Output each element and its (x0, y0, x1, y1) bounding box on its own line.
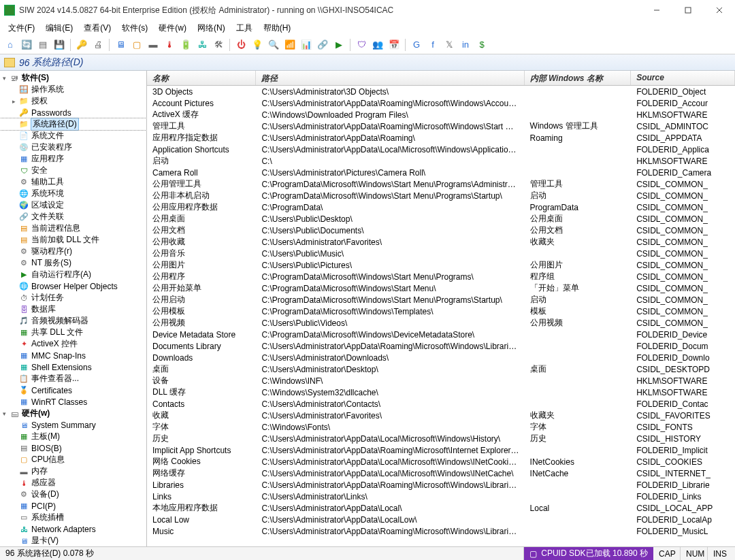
close-button[interactable] (704, 0, 735, 20)
tree-item[interactable]: ▦共享 DLL 文件 (0, 327, 146, 338)
table-row[interactable]: 公用应用程序数据C:\ProgramData\ProgramDataCSIDL_… (147, 201, 735, 213)
tree-item[interactable]: 🛡安全 (0, 165, 146, 176)
table-row[interactable]: 字体C:\Windows\Fonts\字体CSIDL_FONTS (147, 421, 735, 433)
tree-item[interactable]: ⚙辅助工具 (0, 176, 146, 188)
tree-item[interactable]: 🎵音频视频解码器 (0, 315, 146, 327)
tree-item[interactable]: ▦Shell Extensions (0, 361, 146, 373)
table-row[interactable]: 公用桌面C:\Users\Public\Desktop\公用桌面CSIDL_CO… (147, 213, 735, 225)
tree-item[interactable]: ▾🖳软件(S) (0, 72, 146, 84)
tree-item[interactable]: ▤BIOS(B) (0, 442, 146, 454)
menu-view[interactable]: 查看(V) (78, 21, 116, 35)
netstat-icon[interactable]: 📶 (282, 37, 297, 52)
table-row[interactable]: 公用开始菜单C:\ProgramData\Microsoft\Windows\S… (147, 282, 735, 294)
tree-item[interactable]: ▾🖴硬件(w) (0, 408, 146, 419)
tree-item[interactable]: 🔗文件关联 (0, 211, 146, 223)
table-row[interactable]: 公用模板C:\ProgramData\Microsoft\Windows\Tem… (147, 306, 735, 317)
table-row[interactable]: 桌面C:\Users\Administrator\Desktop\桌面CSIDL… (147, 363, 735, 375)
table-row[interactable]: 收藏C:\Users\Administrator\Favorites\收藏夹CS… (147, 410, 735, 421)
table-row[interactable]: Implicit App ShortcutsC:\Users\Administr… (147, 444, 735, 456)
table-row[interactable]: 历史C:\Users\Administrator\AppData\Local\M… (147, 433, 735, 444)
url-icon[interactable]: 🔗 (315, 37, 330, 52)
table-row[interactable]: 公用音乐C:\Users\Public\Music\CSIDL_COMMON_ (147, 248, 735, 259)
tree-item[interactable]: ✦ActiveX 控件 (0, 338, 146, 350)
table-row[interactable]: MusicC:\Users\Administrator\AppData\Roam… (147, 525, 735, 537)
tree-item[interactable]: ⚙设备(D) (0, 489, 146, 500)
save-icon[interactable]: 💾 (52, 37, 67, 52)
shutdown-icon[interactable]: ⏻ (233, 37, 248, 52)
eventvwr-icon[interactable]: 🛡 (354, 37, 369, 52)
tree-item[interactable]: 🖧Network Adapters (0, 523, 146, 535)
table-row[interactable]: 3D ObjectsC:\Users\Administrator\3D Obje… (147, 86, 735, 97)
tree-item[interactable]: ⚙NT 服务(S) (0, 257, 146, 269)
find-icon[interactable]: 🔍 (266, 37, 281, 52)
sensors-icon[interactable]: 🌡 (162, 37, 177, 52)
table-row[interactable]: 启动C:\HKLM\SOFTWARE (147, 155, 735, 167)
tree-item[interactable]: ▦WinRT Classes (0, 396, 146, 408)
tree-item[interactable]: 🌡感应器 (0, 477, 146, 489)
eureka-icon[interactable]: 💡 (250, 37, 265, 52)
menu-network[interactable]: 网络(N) (192, 21, 231, 35)
tree-item[interactable]: ▭系统插槽 (0, 512, 146, 523)
table-row[interactable]: Account PicturesC:\Users\Administrator\A… (147, 97, 735, 109)
tree-item[interactable]: 🌐系统环境 (0, 188, 146, 199)
tree-item[interactable]: 🔑Passwords (0, 107, 146, 118)
table-row[interactable]: Device Metadata StoreC:\ProgramData\Micr… (147, 329, 735, 340)
tree-item[interactable]: 🗄数据库 (0, 303, 146, 315)
table-row[interactable]: 公用收藏C:\Users\Administrator\Favorites\收藏夹… (147, 236, 735, 248)
table-row[interactable]: Local LowC:\Users\Administrator\AppData\… (147, 514, 735, 525)
tree-item[interactable]: 💿已安装程序 (0, 142, 146, 153)
tools-icon[interactable]: 🛠 (211, 37, 226, 52)
menu-hardware[interactable]: 硬件(w) (153, 21, 192, 35)
cpu-icon[interactable]: ▢ (129, 37, 144, 52)
tree-item[interactable]: ▦主板(M) (0, 431, 146, 442)
license-icon[interactable]: 🔑 (74, 37, 89, 52)
table-row[interactable]: 设备C:\Windows\INF\HKLM\SOFTWARE (147, 375, 735, 386)
summary-icon[interactable]: 🖥 (113, 37, 128, 52)
tree-item[interactable]: 🌍区域设定 (0, 199, 146, 211)
report-icon[interactable]: 📊 (299, 37, 314, 52)
table-row[interactable]: DownloadsC:\Users\Administrator\Download… (147, 352, 735, 363)
refresh-icon[interactable]: 🔄 (19, 37, 34, 52)
table-row[interactable]: 公用图片C:\Users\Public\Pictures\公用图片CSIDL_C… (147, 259, 735, 271)
menu-tools[interactable]: 工具 (231, 21, 258, 35)
table-row[interactable]: DLL 缓存C:\Windows\System32\dllcache\HKLM\… (147, 386, 735, 398)
table-row[interactable]: ContactsC:\Users\Administrator\Contacts\… (147, 398, 735, 410)
menu-file[interactable]: 文件(F) (3, 21, 40, 35)
table-row[interactable]: 公用视频C:\Users\Public\Videos\公用视频CSIDL_COM… (147, 317, 735, 329)
tree-item[interactable]: ⚙驱动程序(r) (0, 246, 146, 257)
menu-edit[interactable]: 编辑(E) (40, 21, 78, 35)
tree-item[interactable]: ⏱计划任务 (0, 292, 146, 303)
calendar-icon[interactable]: 📅 (387, 37, 402, 52)
help-icon[interactable]: 👥 (370, 37, 385, 52)
table-row[interactable]: 公用管理工具C:\ProgramData\Microsoft\Windows\S… (147, 178, 735, 190)
tree-item[interactable]: ▸📁授权 (0, 95, 146, 107)
table-row[interactable]: Application ShortcutsC:\Users\Administra… (147, 144, 735, 155)
tree-item[interactable]: ▦MMC Snap-Ins (0, 350, 146, 361)
tree-item[interactable]: 📄系统文件 (0, 130, 146, 142)
tree-item[interactable]: 🖥System Summary (0, 419, 146, 431)
table-row[interactable]: LibrariesC:\Users\Administrator\AppData\… (147, 479, 735, 491)
table-row[interactable]: Camera RollC:\Users\Administrator\Pictur… (147, 167, 735, 178)
menu-help[interactable]: 帮助(H) (258, 21, 297, 35)
tree-item[interactable]: ▬内存 (0, 465, 146, 477)
table-row[interactable]: 网络 CookiesC:\Users\Administrator\AppData… (147, 456, 735, 467)
home-icon[interactable]: ⌂ (3, 37, 18, 52)
table-row[interactable]: 管理工具C:\Users\Administrator\AppData\Roami… (147, 120, 735, 132)
tree-item[interactable]: ▶自动运行程序(A) (0, 269, 146, 280)
tree-item[interactable]: 📋事件查看器... (0, 373, 146, 384)
table-row[interactable]: ActiveX 缓存C:\Windows\Downloaded Program … (147, 109, 735, 120)
table-row[interactable]: 公用文档C:\Users\Public\Documents\公用文档CSIDL_… (147, 225, 735, 236)
tree-item[interactable]: ▦应用程序 (0, 153, 146, 165)
memory-icon[interactable]: ▬ (146, 37, 161, 52)
minimize-button[interactable] (641, 0, 672, 20)
col-source[interactable]: Source (631, 71, 735, 85)
x-icon[interactable]: 𝕏 (442, 37, 457, 52)
tree-item[interactable]: ▤当前加载 DLL 文件 (0, 234, 146, 246)
battery-icon[interactable]: 🔋 (178, 37, 193, 52)
table-row[interactable]: Documents LibraryC:\Users\Administrator\… (147, 340, 735, 352)
export-icon[interactable]: ▤ (35, 37, 50, 52)
tree-item[interactable]: 🌐Browser Helper Objects (0, 280, 146, 292)
tree-item[interactable]: ▢CPU信息 (0, 454, 146, 465)
linkedin-icon[interactable]: in (458, 37, 473, 52)
col-winname[interactable]: 内部 Windows 名称 (525, 71, 632, 85)
